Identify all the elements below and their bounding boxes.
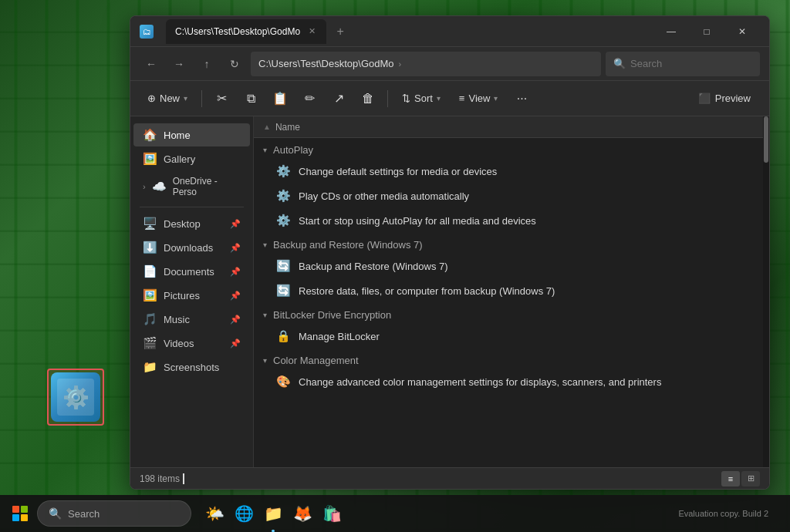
status-count: 198 items: [140, 473, 721, 484]
group-header-autoplay[interactable]: ▾ AutoPlay: [254, 138, 769, 159]
status-cursor: [183, 473, 184, 484]
file-item[interactable]: ⚙️ Start or stop using AutoPlay for all …: [254, 208, 769, 233]
file-list[interactable]: ▾ AutoPlay ⚙️ Change default settings fo…: [254, 138, 769, 467]
status-bar: 198 items ≡ ⊞: [130, 467, 769, 489]
group-header-color[interactable]: ▾ Color Management: [254, 348, 769, 369]
new-button[interactable]: ⊕ New ▾: [140, 86, 195, 112]
tab-close-button[interactable]: ✕: [306, 26, 317, 37]
sidebar-item-desktop-label: Desktop: [164, 218, 201, 230]
taskbar-search-icon: 🔍: [49, 507, 62, 520]
search-input[interactable]: [630, 58, 752, 69]
music-icon: 🎵: [143, 312, 157, 326]
new-tab-button[interactable]: +: [329, 21, 351, 42]
window-controls: — □ ✕: [653, 19, 760, 44]
file-item[interactable]: 🔄 Backup and Restore (Windows 7): [254, 254, 769, 278]
sidebar-item-downloads[interactable]: ⬇️ Downloads 📌: [133, 236, 250, 259]
sidebar-item-home-label: Home: [164, 130, 191, 141]
header-scroll-up[interactable]: ▲: [263, 123, 271, 131]
taskbar-explorer-button[interactable]: 📁: [259, 500, 287, 527]
sidebar-item-documents[interactable]: 📄 Documents 📌: [133, 260, 250, 283]
start-button[interactable]: [6, 500, 34, 527]
pictures-icon: 🖼️: [143, 288, 157, 302]
group-label-bitlocker: BitLocker Drive Encryption: [273, 309, 391, 321]
tab-active[interactable]: C:\Users\Test\Desktop\GodMo ✕: [166, 19, 326, 44]
sidebar-item-videos[interactable]: 🎬 Videos 📌: [133, 332, 250, 355]
sidebar-item-desktop[interactable]: 🖥️ Desktop 📌: [133, 212, 250, 235]
toolbar: ⊕ New ▾ ✂ ⧉ 📋 ✏ ↗ 🗑 ⇅ Sort ▾ ≡ View ▾ ··…: [130, 81, 769, 116]
sidebar-item-onedrive[interactable]: › ☁️ OneDrive - Perso: [133, 171, 250, 202]
preview-button[interactable]: ⬛ Preview: [689, 86, 760, 112]
sidebar-item-music-label: Music: [164, 314, 190, 325]
edge-icon: 🦊: [293, 504, 312, 523]
toolbar-divider-2: [387, 90, 388, 107]
rename-button[interactable]: ✏: [296, 86, 322, 112]
refresh-button[interactable]: ↻: [223, 52, 246, 76]
file-item[interactable]: 🔄 Restore data, files, or computer from …: [254, 278, 769, 303]
sort-dropdown-icon: ▾: [437, 94, 441, 103]
up-button[interactable]: ↑: [195, 52, 218, 76]
grid-view-button[interactable]: ⊞: [741, 471, 760, 487]
desktop-icon-image: ⚙️: [51, 372, 100, 422]
tab-bar: C:\Users\Test\Desktop\GodMo ✕ +: [166, 19, 647, 44]
desktop-icon-border: ⚙️: [47, 369, 104, 426]
close-button[interactable]: ✕: [724, 19, 760, 44]
videos-icon: 🎬: [143, 336, 157, 350]
sidebar: 🏠 Home 🖼️ Gallery › ☁️ OneDrive - Perso …: [130, 116, 254, 467]
file-item[interactable]: ⚙️ Change default settings for media or …: [254, 159, 769, 184]
item-icon: ⚙️: [275, 189, 291, 203]
preview-icon: ⬛: [698, 93, 711, 104]
more-button[interactable]: ···: [508, 86, 535, 112]
scrollbar[interactable]: [763, 116, 769, 467]
sidebar-item-screenshots-label: Screenshots: [164, 362, 219, 373]
delete-button[interactable]: 🗑: [355, 86, 381, 112]
pin-icon-6: 📌: [230, 338, 241, 348]
group-header-backup[interactable]: ▾ Backup and Restore (Windows 7): [254, 233, 769, 254]
new-dropdown-icon: ▾: [184, 94, 187, 103]
sidebar-item-pictures[interactable]: 🖼️ Pictures 📌: [133, 284, 250, 307]
back-button[interactable]: ←: [140, 52, 163, 76]
item-icon: 🎨: [275, 375, 291, 389]
address-bar[interactable]: C:\Users\Test\Desktop\GodMo ›: [251, 52, 601, 76]
minimize-button[interactable]: —: [653, 19, 689, 44]
search-bar[interactable]: 🔍: [606, 52, 760, 76]
pin-icon: 📌: [230, 219, 241, 229]
paste-button[interactable]: 📋: [267, 86, 293, 112]
content-area: 🏠 Home 🖼️ Gallery › ☁️ OneDrive - Perso …: [130, 116, 769, 467]
file-item[interactable]: 🎨 Change advanced color management setti…: [254, 369, 769, 394]
name-column-header: ▲ Name: [263, 122, 760, 133]
toolbar-right: ⬛ Preview: [689, 86, 760, 112]
share-button[interactable]: ↗: [326, 86, 352, 112]
cut-button[interactable]: ✂: [208, 86, 235, 112]
expand-icon: ›: [143, 182, 146, 191]
sidebar-item-downloads-label: Downloads: [164, 242, 213, 254]
taskbar-store-button[interactable]: 🛍️: [318, 500, 346, 527]
item-icon: 🔄: [275, 259, 291, 273]
view-button[interactable]: ≡ View ▾: [451, 86, 506, 112]
taskbar-browser-button[interactable]: 🌐: [230, 500, 258, 527]
maximize-button[interactable]: □: [689, 19, 724, 44]
file-item[interactable]: 🔒 Manage BitLocker: [254, 324, 769, 348]
explorer-window: 🗂 C:\Users\Test\Desktop\GodMo ✕ + — □ ✕ …: [130, 15, 770, 490]
sidebar-item-home[interactable]: 🏠 Home: [133, 123, 250, 146]
address-text: C:\Users\Test\Desktop\GodMo: [258, 58, 394, 69]
item-icon: ⚙️: [275, 214, 291, 227]
taskbar-search-bar[interactable]: 🔍 Search: [37, 500, 191, 527]
sidebar-item-screenshots[interactable]: 📁 Screenshots: [133, 355, 250, 379]
sidebar-item-gallery[interactable]: 🖼️ Gallery: [133, 147, 250, 170]
group-chevron-backup: ▾: [263, 241, 267, 249]
file-item[interactable]: ⚙️ Play CDs or other media automatically: [254, 184, 769, 208]
forward-button[interactable]: →: [167, 52, 191, 76]
sort-button[interactable]: ⇅ Sort ▾: [394, 86, 448, 112]
taskbar-edge-button[interactable]: 🦊: [289, 500, 316, 527]
pin-icon-4: 📌: [230, 291, 241, 301]
group-header-bitlocker[interactable]: ▾ BitLocker Drive Encryption: [254, 303, 769, 324]
sidebar-item-music[interactable]: 🎵 Music 📌: [133, 308, 250, 331]
documents-icon: 📄: [143, 264, 157, 278]
desktop-icon-godmode[interactable]: ⚙️: [37, 362, 114, 432]
list-view-button[interactable]: ≡: [721, 471, 740, 487]
screenshots-icon: 📁: [143, 360, 157, 374]
copy-button[interactable]: ⧉: [238, 86, 264, 112]
taskbar: 🔍 Search 🌤️ 🌐 📁 🦊 🛍️ Evaluation copy. Bu…: [0, 495, 790, 532]
taskbar-widgets-button[interactable]: 🌤️: [201, 500, 228, 527]
store-icon: 🛍️: [322, 504, 342, 523]
